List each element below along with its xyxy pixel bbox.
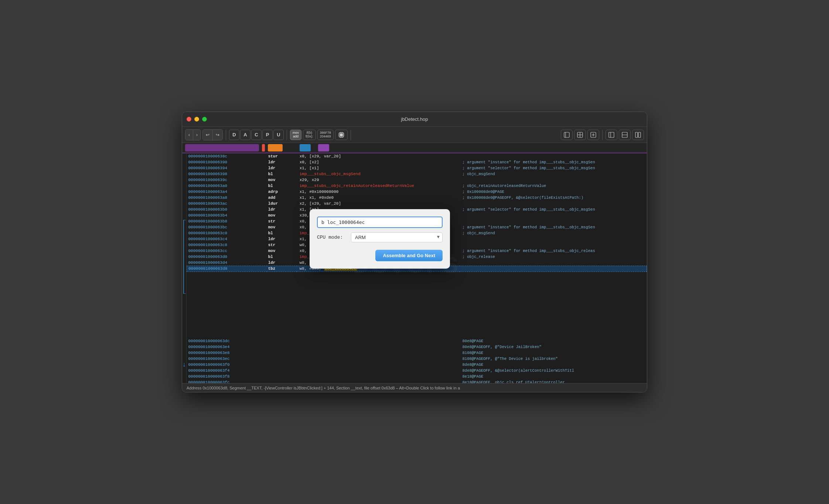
right-toolbar bbox=[561, 130, 644, 140]
dialog-button-row: Assemble and Go Next bbox=[317, 248, 443, 261]
mnemonic-cell: bl bbox=[267, 171, 297, 177]
addr-cell: 00000001000063c4 bbox=[187, 236, 267, 242]
table-row[interactable]: 00000001000063ac ldur x2, [x29, var_20] bbox=[187, 201, 647, 207]
btn-d[interactable]: D bbox=[229, 130, 239, 140]
redo-button[interactable]: ↪ bbox=[213, 130, 222, 140]
table-row[interactable]: 000000010000063fc 8e18@PAGEOFF, objc_cls… bbox=[187, 379, 647, 383]
comment-cell: 8e18@PAGE bbox=[460, 374, 647, 379]
ifb-button[interactable]: if(b) f(0x): bbox=[303, 130, 316, 140]
table-row[interactable]: 00000001000063a8 add x1, x1, #0xde0 ; 0x… bbox=[187, 195, 647, 201]
mnemonic-cell: ldur bbox=[267, 201, 297, 207]
layout-btn-1[interactable] bbox=[605, 130, 617, 140]
addr-cell: 00000001000063b0 bbox=[187, 207, 267, 212]
comment-cell: ; argument "instance" for method imp___s… bbox=[460, 224, 647, 230]
hex2-label: 204469 bbox=[320, 135, 331, 139]
layout-icon-3 bbox=[635, 132, 641, 138]
down-arrow: ↓ bbox=[182, 361, 186, 368]
undo-button[interactable]: ↩ bbox=[203, 130, 213, 140]
table-row[interactable]: 00000001000063a4 adrp x1, #0x100008000 ;… bbox=[187, 189, 647, 195]
operands-cell bbox=[297, 368, 460, 374]
addr-cell: 00000001000063d4 bbox=[187, 260, 267, 266]
table-row[interactable]: 000000010000639c mov x29, x29 bbox=[187, 177, 647, 183]
comment-cell: 8e18@PAGEOFF, objc_cls_ref_UIAlertContro… bbox=[460, 379, 647, 383]
table-row[interactable]: 000000010000638c stur x0, [x29, var_20] bbox=[187, 153, 647, 159]
mnemonic-cell: mov bbox=[267, 248, 297, 254]
table-row[interactable]: 000000010000063f0 8de8@PAGE bbox=[187, 362, 647, 368]
addr-cell: 000000010000063dc bbox=[187, 338, 267, 344]
comment-cell: ; objc_retainAutoreleasedReturnValue bbox=[460, 183, 647, 189]
table-row[interactable]: 000000010000063e8 8108@PAGE bbox=[187, 350, 647, 356]
table-row[interactable]: 000000010000063f8 8e18@PAGE bbox=[187, 374, 647, 379]
operands-cell: imp___stubs__objc_msgSend bbox=[297, 171, 460, 177]
btn-a[interactable]: A bbox=[240, 130, 250, 140]
layout-icon-1 bbox=[608, 132, 614, 138]
mnemonic-cell: ldr bbox=[267, 207, 297, 212]
segment-light-purple bbox=[318, 144, 329, 151]
window-title: jbDetect.hop bbox=[401, 116, 428, 122]
addr-cell: 000000010000063e4 bbox=[187, 344, 267, 350]
btn-u[interactable]: U bbox=[273, 130, 284, 140]
undo-redo: ↩ ↪ bbox=[202, 129, 223, 140]
table-row[interactable]: 000000010000063e4 80e8@PAGEOFF, @"Device… bbox=[187, 344, 647, 350]
mov-add-button[interactable]: mov add bbox=[290, 130, 301, 140]
sep2 bbox=[287, 130, 287, 140]
table-row[interactable]: 000000010000063ec 8108@PAGEOFF, @"The De… bbox=[187, 356, 647, 362]
main-content: ↓ DeVers 000000010000638c stur x0, [x29,… bbox=[182, 153, 647, 383]
assemble-go-next-button[interactable]: Assemble and Go Next bbox=[375, 250, 443, 261]
mnemonic-cell bbox=[267, 368, 297, 374]
mnemonic-cell: str bbox=[267, 242, 297, 248]
addr-cell: 000000010000638c bbox=[187, 153, 267, 159]
comment-cell bbox=[460, 260, 647, 266]
operands-cell bbox=[297, 350, 460, 356]
table-row[interactable]: 0000000100006390 ldr x0, [x2] ; argument… bbox=[187, 159, 647, 165]
addr-cell: 00000001000063a4 bbox=[187, 189, 267, 195]
table-row[interactable]: 000000010000063dc 80e8@PAGE bbox=[187, 338, 647, 344]
sep1 bbox=[226, 130, 226, 140]
btn-p[interactable]: P bbox=[262, 130, 273, 140]
table-row[interactable]: 00000001000063a0 bl imp___stubs__objc_re… bbox=[187, 183, 647, 189]
comment-cell: 8108@PAGE bbox=[460, 350, 647, 356]
panel-btn-2[interactable] bbox=[574, 130, 586, 140]
operands-cell: imp___stubs__objc_retainAutoreleasedRetu… bbox=[297, 183, 460, 189]
layout-btn-3[interactable] bbox=[632, 130, 644, 140]
btn-c[interactable]: C bbox=[251, 130, 262, 140]
addr-cell: 000000010000063f4 bbox=[187, 368, 267, 374]
mnemonic-cell: ldr bbox=[267, 159, 297, 165]
addr-cell: 00000001000063a0 bbox=[187, 183, 267, 189]
table-row[interactable]: 0000000100006394 ldr x1, [x1] ; argument… bbox=[187, 165, 647, 171]
addr-cell: 0000000100006390 bbox=[187, 159, 267, 165]
close-button[interactable] bbox=[187, 117, 191, 122]
mnemonic-cell: tbz bbox=[267, 266, 297, 272]
svg-rect-1 bbox=[340, 133, 343, 136]
cpu-mode-select[interactable]: ARM ARM64 x86 x86_64 bbox=[351, 232, 443, 242]
code-area[interactable]: DeVers 000000010000638c stur x0, [x29, v… bbox=[187, 153, 647, 383]
layout-icon-2 bbox=[622, 132, 628, 138]
table-row[interactable]: 000000010000063f4 8de8@PAGEOFF, &@select… bbox=[187, 368, 647, 374]
layout-btn-2[interactable] bbox=[619, 130, 631, 140]
comment-cell bbox=[460, 242, 647, 248]
minimize-button[interactable] bbox=[194, 117, 199, 122]
mnemonic-cell bbox=[267, 338, 297, 344]
table-row[interactable]: 0000000100006398 bl imp___stubs__objc_ms… bbox=[187, 171, 647, 177]
comment-cell bbox=[460, 153, 647, 159]
comment-cell: 8de8@PAGE bbox=[460, 362, 647, 368]
addr-cell: 000000010000063e8 bbox=[187, 350, 267, 356]
panel-btn-1[interactable] bbox=[561, 130, 573, 140]
segment-gap bbox=[286, 144, 297, 151]
mnemonic-cell: bl bbox=[267, 183, 297, 189]
assembly-input[interactable] bbox=[317, 217, 443, 228]
forward-button[interactable]: › bbox=[193, 130, 201, 140]
mnemonic-cell bbox=[267, 379, 297, 383]
back-button[interactable]: ‹ bbox=[185, 130, 193, 140]
chip-button[interactable] bbox=[335, 130, 348, 140]
maximize-button[interactable] bbox=[202, 117, 207, 122]
letter-buttons: D A C P U bbox=[229, 130, 284, 140]
addr-cell: 000000010000063f0 bbox=[187, 362, 267, 368]
address-button[interactable]: 386F78 204469 bbox=[317, 130, 334, 140]
dialog-spacer bbox=[187, 272, 647, 338]
comment-cell: ; objc_msgSend bbox=[460, 171, 647, 177]
panel-btn-3[interactable] bbox=[587, 130, 599, 140]
comment-cell: ; argument "instance" for method imp___s… bbox=[460, 159, 647, 165]
mnemonic-cell: stur bbox=[267, 153, 297, 159]
comment-cell bbox=[460, 218, 647, 224]
